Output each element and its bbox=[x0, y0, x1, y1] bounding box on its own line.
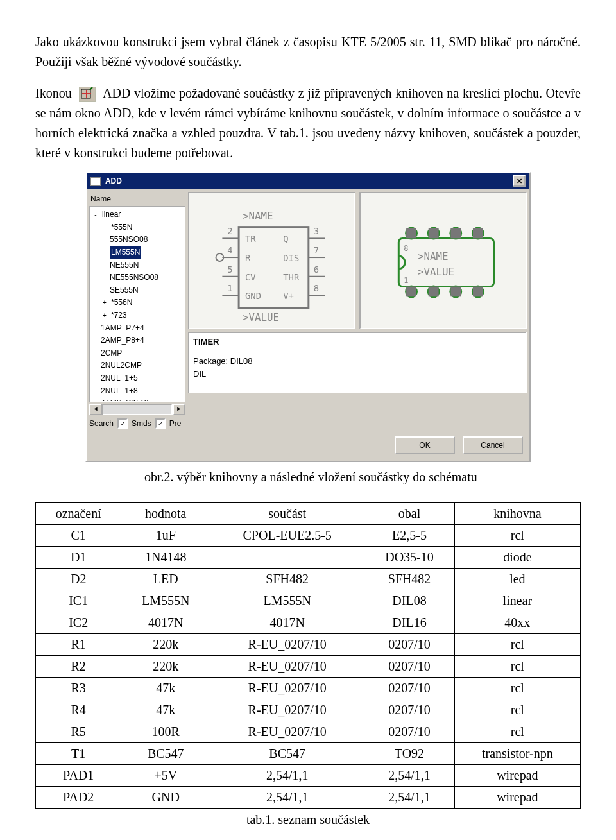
table-row: IC24017N4017NDIL1640xx bbox=[36, 612, 581, 634]
tree-item[interactable]: 2NUL_1+8 bbox=[92, 385, 184, 398]
table-row: R447kR-EU_0207/100207/10rcl bbox=[36, 699, 581, 721]
scroll-left-icon[interactable]: ◄ bbox=[89, 404, 102, 415]
tree-group-555n[interactable]: *555N bbox=[111, 223, 132, 232]
table-header-row: označení hodnota součást obal knihovna bbox=[36, 503, 581, 525]
table-cell: 0207/10 bbox=[364, 678, 454, 699]
info-package: Package: DIL08 bbox=[193, 355, 522, 368]
svg-text:4: 4 bbox=[227, 245, 232, 255]
ok-button[interactable]: OK bbox=[395, 436, 455, 455]
tree-collapse-icon[interactable]: - bbox=[92, 212, 99, 219]
table-cell bbox=[210, 547, 364, 569]
table-cell: PAD1 bbox=[36, 765, 121, 787]
tree-collapse-icon[interactable]: - bbox=[101, 225, 108, 232]
tree-item[interactable]: 2NUL_1+5 bbox=[92, 372, 184, 385]
table-row: C11uFCPOL-EUE2.5-5E2,5-5rcl bbox=[36, 525, 581, 547]
table-row: PAD1+5V2,54/1,12,54/1,1wirepad bbox=[36, 765, 581, 787]
tree-item[interactable]: SE555N bbox=[110, 286, 139, 295]
table-row: R347kR-EU_0207/100207/10rcl bbox=[36, 678, 581, 699]
scroll-right-icon[interactable]: ► bbox=[173, 404, 185, 415]
close-icon[interactable]: ✕ bbox=[513, 175, 526, 187]
smds-checkbox[interactable]: ✓ bbox=[117, 418, 128, 429]
tree-group-556n[interactable]: *556N bbox=[111, 298, 132, 307]
info-title: TIMER bbox=[193, 337, 219, 347]
intro-paragraph-2: Ikonou ADD vložíme požadované součástky … bbox=[35, 83, 581, 163]
table-row: T1BC547BC547TO92transistor-npn bbox=[36, 743, 581, 765]
tree-item[interactable]: 4AMP_P3+12 bbox=[92, 397, 184, 402]
svg-rect-47 bbox=[450, 286, 461, 296]
table-cell: wirepad bbox=[454, 787, 580, 809]
para2-part-b: ADD vložíme požadované součástky z již p… bbox=[35, 86, 581, 160]
table-cell: +5V bbox=[121, 765, 210, 787]
table-cell: 2,54/1,1 bbox=[210, 787, 364, 809]
table-row: R1220kR-EU_0207/100207/10rcl bbox=[36, 634, 581, 656]
preview-checkbox[interactable]: ✓ bbox=[155, 418, 166, 429]
tree-item[interactable]: 2NUL2CMP bbox=[92, 359, 184, 372]
tree-item[interactable]: 1AMP_P7+4 bbox=[92, 322, 184, 335]
tree-expand-icon[interactable]: + bbox=[101, 300, 108, 307]
tree-expand-icon[interactable]: + bbox=[101, 313, 108, 320]
table-cell: rcl bbox=[454, 525, 580, 547]
table-cell: 4017N bbox=[121, 612, 210, 634]
table-cell: rcl bbox=[454, 634, 580, 656]
tree-item-selected[interactable]: LM555N bbox=[110, 246, 141, 259]
table-cell: LED bbox=[121, 569, 210, 590]
tree-item[interactable]: 2CMP bbox=[92, 347, 184, 360]
table-cell: R-EU_0207/10 bbox=[210, 634, 364, 656]
th-obal: obal bbox=[364, 503, 454, 525]
table-cell: R-EU_0207/10 bbox=[210, 678, 364, 699]
table-cell: DIL08 bbox=[364, 590, 454, 612]
svg-text:>NAME: >NAME bbox=[243, 209, 273, 221]
svg-text:>NAME: >NAME bbox=[418, 250, 449, 262]
table-cell: 2,54/1,1 bbox=[364, 787, 454, 809]
svg-text:V+: V+ bbox=[283, 291, 294, 301]
add-dialog: ADD ✕ Name -linear -*555N 555NSO08 LM555… bbox=[85, 172, 531, 462]
library-tree[interactable]: -linear -*555N 555NSO08 LM555N NE555N NE… bbox=[89, 206, 185, 402]
table-cell: IC1 bbox=[36, 590, 121, 612]
table-caption: tab.1. seznam součástek bbox=[35, 810, 581, 830]
svg-rect-45 bbox=[406, 286, 416, 296]
tree-root[interactable]: linear bbox=[102, 210, 121, 219]
table-cell: 100R bbox=[121, 721, 210, 743]
table-cell: PAD2 bbox=[36, 787, 121, 809]
table-cell: C1 bbox=[36, 525, 121, 547]
table-cell: 40xx bbox=[454, 612, 580, 634]
svg-rect-41 bbox=[406, 228, 416, 238]
table-cell: transistor-npn bbox=[454, 743, 580, 765]
dialog-titlebar[interactable]: ADD ✕ bbox=[87, 173, 529, 189]
table-cell: 2,54/1,1 bbox=[364, 765, 454, 787]
add-tool-icon bbox=[79, 87, 96, 102]
package-preview[interactable]: >NAME >VALUE 8 1 bbox=[359, 192, 527, 329]
table-cell: rcl bbox=[454, 656, 580, 678]
smds-label: Smds bbox=[132, 418, 151, 430]
table-cell: rcl bbox=[454, 699, 580, 721]
table-cell: CPOL-EUE2.5-5 bbox=[210, 525, 364, 547]
symbol-preview[interactable]: >NAME >VALUE bbox=[188, 192, 355, 329]
table-cell: BC547 bbox=[121, 743, 210, 765]
tree-item[interactable]: 555NSO08 bbox=[110, 235, 148, 244]
info-dil: DIL bbox=[193, 368, 522, 381]
table-cell: R-EU_0207/10 bbox=[210, 721, 364, 743]
horizontal-scrollbar[interactable] bbox=[102, 404, 173, 415]
svg-text:CV: CV bbox=[245, 271, 256, 282]
table-row: R5100RR-EU_0207/100207/10rcl bbox=[36, 721, 581, 743]
table-cell: R4 bbox=[36, 699, 121, 721]
svg-text:3: 3 bbox=[314, 226, 319, 236]
table-row: D2LEDSFH482SFH482led bbox=[36, 569, 581, 590]
tree-item[interactable]: 2AMP_P8+4 bbox=[92, 334, 184, 347]
table-cell: DIL16 bbox=[364, 612, 454, 634]
table-cell: GND bbox=[121, 787, 210, 809]
table-row: PAD2GND2,54/1,12,54/1,1wirepad bbox=[36, 787, 581, 809]
table-cell: TO92 bbox=[364, 743, 454, 765]
name-column-header: Name bbox=[90, 193, 185, 205]
tree-item[interactable]: NE555N bbox=[110, 261, 139, 270]
table-cell: 47k bbox=[121, 678, 210, 699]
tree-group-723[interactable]: *723 bbox=[111, 311, 127, 320]
table-row: D11N4148DO35-10diode bbox=[36, 547, 581, 569]
svg-rect-46 bbox=[429, 286, 439, 296]
tree-item[interactable]: NE555NSO08 bbox=[110, 273, 158, 282]
table-cell: LM555N bbox=[210, 590, 364, 612]
table-cell: 1uF bbox=[121, 525, 210, 547]
cancel-button[interactable]: Cancel bbox=[463, 436, 523, 455]
table-cell: SFH482 bbox=[364, 569, 454, 590]
table-row: IC1LM555NLM555NDIL08linear bbox=[36, 590, 581, 612]
